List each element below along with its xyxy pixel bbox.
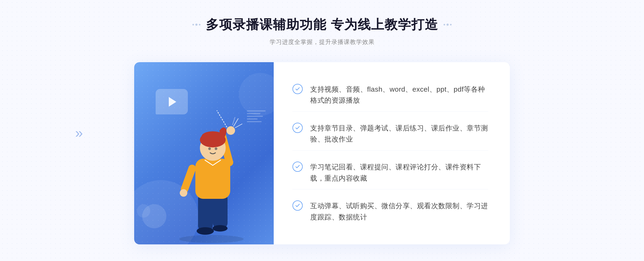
header-right-dots [444, 24, 452, 26]
feature-text-2: 支持章节目录、弹题考试、课后练习、课后作业、章节测验、批改作业 [310, 123, 488, 145]
check-icon-1 [295, 86, 300, 92]
illustration-character [163, 105, 265, 244]
svg-point-10 [180, 189, 187, 197]
check-circle-4 [292, 200, 303, 211]
check-circle-3 [292, 162, 303, 172]
dot [444, 24, 445, 25]
left-decoration: » [75, 126, 83, 140]
right-features-panel: 支持视频、音频、flash、word、excel、ppt、pdf等各种格式的资源… [274, 62, 510, 244]
check-icon-4 [295, 203, 300, 208]
check-circle-2 [292, 123, 303, 133]
header-left-dots [192, 24, 200, 26]
check-icon-3 [295, 164, 300, 169]
svg-point-3 [197, 227, 214, 235]
svg-point-4 [213, 225, 228, 232]
feature-item-3: 学习笔记回看、课程提问、课程评论打分、课件资料下载，重点内容收藏 [292, 156, 488, 189]
feature-item-2: 支持章节目录、弹题考试、课后练习、课后作业、章节测验、批改作业 [292, 117, 488, 151]
dot [199, 24, 200, 25]
dot [195, 24, 197, 26]
page-title: 多项录播课辅助功能 专为线上教学打造 [206, 16, 438, 33]
feature-text-4: 互动弹幕、试听购买、微信分享、观看次数限制、学习进度跟踪、数据统计 [310, 200, 488, 223]
svg-rect-5 [195, 159, 230, 199]
svg-point-15 [215, 147, 217, 150]
deco-circle-sm [137, 204, 150, 218]
svg-point-9 [226, 126, 235, 135]
dot [450, 24, 452, 25]
left-illustration-panel [134, 62, 274, 244]
content-section: 支持视频、音频、flash、word、excel、ppt、pdf等各种格式的资源… [134, 62, 510, 244]
svg-rect-7 [180, 164, 197, 194]
feature-text-3: 学习笔记回看、课程提问、课程评论打分、课件资料下载，重点内容收藏 [310, 162, 488, 184]
svg-point-14 [208, 147, 211, 150]
feature-item-4: 互动弹幕、试听购买、微信分享、观看次数限制、学习进度跟踪、数据统计 [292, 195, 488, 228]
page-wrapper: » 多项录播课辅助功能 专为线上教学打造 学习进度全掌握，提升录播课教学效果 [0, 0, 644, 261]
svg-point-0 [179, 235, 244, 243]
dot [447, 24, 449, 26]
page-subtitle: 学习进度全掌握，提升录播课教学效果 [192, 38, 451, 46]
header-section: 多项录播课辅助功能 专为线上教学打造 学习进度全掌握，提升录播课教学效果 [192, 16, 451, 46]
svg-line-17 [235, 124, 242, 128]
svg-rect-1 [198, 193, 213, 231]
chevron-arrows-icon: » [75, 126, 83, 140]
check-circle-1 [292, 84, 303, 94]
check-icon-2 [295, 125, 300, 130]
feature-item-1: 支持视频、音频、flash、word、excel、ppt、pdf等各种格式的资源… [292, 79, 488, 112]
feature-text-1: 支持视频、音频、flash、word、excel、ppt、pdf等各种格式的资源… [310, 84, 488, 106]
header-title-row: 多项录播课辅助功能 专为线上教学打造 [192, 16, 451, 33]
dot [192, 24, 194, 25]
